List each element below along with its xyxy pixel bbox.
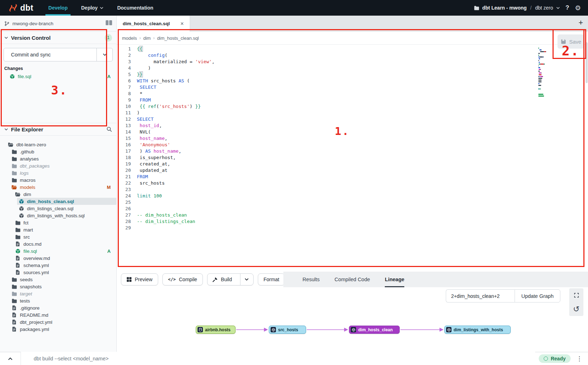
code-line[interactable]: 1{{ [117, 46, 215, 52]
code-area[interactable]: 1{{2 config(3 materialized = 'view',4 )5… [117, 46, 215, 231]
tree-item[interactable]: dbt-learn-zero [0, 141, 116, 148]
fullscreen-button[interactable] [569, 288, 583, 302]
nav-deploy[interactable]: Deploy [81, 0, 104, 16]
build-button[interactable]: Build [207, 274, 237, 285]
tree-item[interactable]: sources.yml [0, 269, 116, 276]
code-line[interactable]: 17 ) AS host_name, [117, 148, 215, 154]
breadcrumb-file[interactable]: dim_hosts_clean.sql [157, 36, 199, 41]
save-button[interactable]: Save [558, 34, 584, 49]
code-line[interactable]: 18 is_superhost, [117, 154, 215, 161]
code-line[interactable]: 6WITH src_hosts AS ( [117, 78, 215, 84]
file-explorer-header[interactable]: File Explorer [0, 123, 116, 136]
tree-item[interactable]: packages.yml [0, 326, 116, 333]
code-line[interactable]: 5}} [117, 71, 215, 78]
preview-button[interactable]: Preview [121, 273, 158, 285]
code-line[interactable]: 12SELECT [117, 116, 215, 122]
tree-item[interactable]: src [0, 233, 116, 240]
code-line[interactable]: 16 'Anonymous' [117, 142, 215, 148]
code-line[interactable]: 23 [117, 186, 215, 193]
lineage-node-airbnb.hosts[interactable]: airbnb.hosts [196, 326, 235, 334]
version-control-header[interactable]: Version Control 1 [0, 32, 116, 44]
search-icon[interactable] [106, 126, 112, 132]
lineage-node-dim_listings_with_hosts[interactable]: dim_listings_with_hosts [444, 326, 511, 334]
tree-item[interactable]: file.sqlA [0, 247, 116, 255]
code-line[interactable]: 29 [117, 225, 215, 231]
code-line[interactable]: 14 NVL( [117, 129, 215, 135]
dbt-logo[interactable]: dbt [9, 3, 33, 13]
tree-item[interactable]: analyses [0, 155, 116, 162]
format-button[interactable]: Format [258, 273, 285, 285]
docs-reader-icon[interactable] [106, 20, 112, 27]
tree-item[interactable]: target [0, 290, 116, 297]
update-graph-button[interactable]: Update Graph [515, 289, 560, 303]
nav-documentation[interactable]: Documentation [117, 0, 153, 16]
code-line[interactable]: 10 {{ ref('src_hosts') }} [117, 103, 215, 110]
tree-item[interactable]: .github [0, 148, 116, 155]
code-line[interactable]: 28-- dim_listings_clean [117, 218, 215, 225]
editor-minimap[interactable] [538, 47, 550, 99]
code-line[interactable]: 20 updated_at [117, 167, 215, 174]
command-input[interactable] [21, 352, 535, 365]
expand-console-button[interactable] [0, 357, 21, 360]
code-line[interactable]: 27-- dim_hosts_clean [117, 212, 215, 218]
code-line[interactable]: 22 src_hosts [117, 180, 215, 186]
tree-item[interactable]: dbt_project.yml [0, 318, 116, 326]
tree-item[interactable]: logs [0, 169, 116, 176]
breadcrumb-dim[interactable]: dim [143, 36, 151, 41]
code-line[interactable]: 4 ) [117, 65, 215, 71]
reset-view-button[interactable]: ↺ [569, 302, 583, 316]
code-line[interactable]: 2 config( [117, 52, 215, 59]
tree-item[interactable]: dim_listings_with_hosts.sql [0, 212, 116, 219]
breadcrumb-models[interactable]: models [122, 36, 137, 41]
editor-scrollbar[interactable] [586, 42, 588, 83]
commit-and-sync-button[interactable]: Commit and sync [4, 48, 96, 61]
code-line[interactable]: 13 host_id, [117, 122, 215, 129]
tab-dim-hosts-clean[interactable]: dim_hosts_clean.sql × [117, 16, 190, 32]
kebab-menu-icon[interactable]: ⋮ [576, 356, 582, 362]
tree-item[interactable]: tests [0, 297, 116, 304]
nav-develop[interactable]: Develop [48, 0, 67, 16]
tab-results[interactable]: Results [303, 272, 320, 287]
tree-item[interactable]: docs.md [0, 240, 116, 247]
tree-item[interactable]: dim [0, 191, 116, 198]
tree-item[interactable]: .gitignore [0, 304, 116, 311]
code-line[interactable]: 15 host_name, [117, 135, 215, 142]
code-line[interactable]: 24limit 100 [117, 193, 215, 199]
changed-file-row[interactable]: file.sql A [0, 72, 116, 81]
code-line[interactable]: 26 [117, 206, 215, 212]
tree-item[interactable]: dim_hosts_clean.sql [0, 198, 116, 205]
code-line[interactable]: 11) [117, 110, 215, 116]
lineage-node-dim_hosts_clean[interactable]: dim_hosts_clean [349, 326, 400, 334]
tree-item[interactable]: dbt_packages [0, 162, 116, 169]
tab-lineage[interactable]: Lineage [385, 272, 404, 287]
lineage-node-src_hosts[interactable]: src_hosts [269, 326, 306, 334]
code-line[interactable]: 25 [117, 199, 215, 206]
help-icon[interactable]: ? [566, 4, 569, 11]
account-switcher[interactable]: dbt Learn - mwong / dbt zero [474, 5, 560, 11]
tab-compiled-code[interactable]: Compiled Code [334, 272, 370, 287]
lineage-selector-input[interactable] [446, 289, 515, 303]
tree-item[interactable]: snapshots [0, 283, 116, 290]
compile-button[interactable]: </> Compile [162, 273, 203, 285]
tree-item[interactable]: schema.yml [0, 262, 116, 269]
branch-name[interactable]: mwong-dev-branch [12, 21, 54, 26]
tree-item[interactable]: macros [0, 176, 116, 184]
tree-item[interactable]: mart [0, 226, 116, 233]
code-line[interactable]: 9 FROM [117, 97, 215, 103]
code-line[interactable]: 3 materialized = 'view', [117, 59, 215, 65]
gear-icon[interactable]: ⚙ [575, 5, 581, 11]
tree-item[interactable]: overview.md [0, 255, 116, 262]
commit-options-button[interactable] [96, 48, 112, 61]
close-icon[interactable]: × [181, 21, 184, 27]
tree-item[interactable]: modelsM [0, 184, 116, 191]
build-options-button[interactable] [240, 274, 253, 285]
tree-item[interactable]: fct [0, 219, 116, 226]
code-line[interactable]: 7 SELECT [117, 84, 215, 91]
code-line[interactable]: 8 * [117, 91, 215, 97]
tree-item[interactable]: seeds [0, 276, 116, 283]
lineage-graph[interactable]: Update Graph ↺ airbnb.hostssrc_hostsdim_… [117, 287, 588, 352]
new-tab-button[interactable]: + [578, 18, 583, 27]
code-line[interactable]: 21FROM [117, 174, 215, 180]
tree-item[interactable]: dim_listings_clean.sql [0, 205, 116, 212]
code-line[interactable]: 19 created_at, [117, 161, 215, 167]
